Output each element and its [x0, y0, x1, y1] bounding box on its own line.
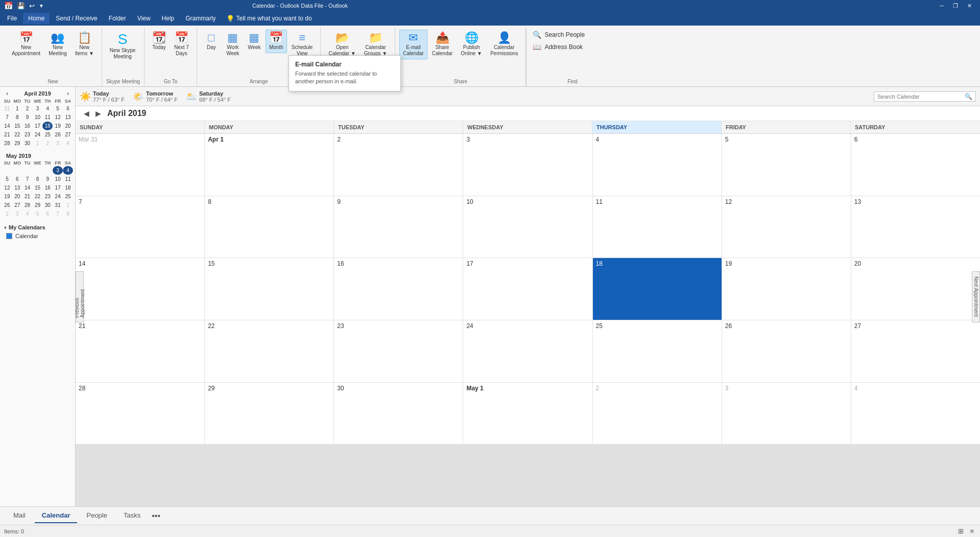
calendar-cell[interactable]: 22: [205, 320, 333, 382]
calendar-cell[interactable]: 11: [593, 196, 722, 258]
calendar-search[interactable]: 🔍: [874, 91, 976, 102]
mini-cal-day[interactable]: 1: [12, 104, 22, 113]
mini-cal-day[interactable]: 5: [53, 104, 63, 113]
list-view-button[interactable]: ≡: [968, 526, 976, 536]
mini-cal-day[interactable]: 2: [42, 139, 53, 148]
calendar-cell[interactable]: 28: [76, 383, 204, 445]
mini-cal-day[interactable]: 11: [42, 113, 53, 122]
calendar-cell[interactable]: Apr 1: [205, 134, 333, 196]
mini-cal-day[interactable]: 27: [12, 201, 22, 209]
mini-cal-day[interactable]: 7: [22, 175, 33, 183]
mini-cal-day[interactable]: 15: [12, 122, 22, 130]
publish-online-button[interactable]: 🌐 PublishOnline ▼: [457, 30, 486, 59]
search-calendar-input[interactable]: [877, 94, 965, 100]
menu-folder[interactable]: Folder: [104, 13, 131, 24]
mini-cal-day[interactable]: 7: [2, 113, 12, 122]
menu-file[interactable]: File: [2, 13, 22, 24]
prev-month-nav[interactable]: ◀: [82, 108, 91, 119]
mini-cal-day[interactable]: [33, 166, 43, 175]
calendar-cell[interactable]: 3: [463, 134, 592, 196]
mini-cal-day[interactable]: 22: [12, 130, 22, 139]
mini-cal-day[interactable]: 31: [2, 104, 12, 113]
mini-cal-day[interactable]: 4: [63, 166, 73, 175]
next-month-nav[interactable]: ▶: [93, 108, 103, 119]
mini-cal-day[interactable]: 23: [42, 192, 53, 201]
mini-cal-day[interactable]: 6: [12, 175, 22, 183]
calendar-cell[interactable]: 18: [593, 258, 722, 320]
mini-cal-day[interactable]: 8: [12, 113, 22, 122]
mini-cal-day[interactable]: 29: [12, 139, 22, 148]
mini-cal-day[interactable]: 7: [53, 209, 63, 218]
new-skype-meeting-button[interactable]: S New SkypeMeeting: [106, 30, 139, 62]
mini-cal-day[interactable]: 19: [53, 122, 63, 130]
calendar-cell[interactable]: Mar 31: [76, 134, 204, 196]
mini-cal-day[interactable]: 3: [53, 139, 63, 148]
calendar-cell[interactable]: 4: [593, 134, 722, 196]
share-calendar-button[interactable]: 📤 ShareCalendar: [428, 30, 457, 59]
mini-cal-day[interactable]: 21: [22, 192, 33, 201]
mini-cal-day[interactable]: 26: [53, 130, 63, 139]
mini-cal-day[interactable]: 18: [63, 183, 73, 192]
quick-undo[interactable]: ↩: [29, 2, 35, 10]
calendar-item-default[interactable]: Calendar: [2, 231, 73, 241]
more-tabs-button[interactable]: •••: [150, 509, 162, 523]
mini-cal-day[interactable]: 5: [33, 209, 43, 218]
calendar-cell[interactable]: 23: [334, 320, 463, 382]
mini-cal-day[interactable]: 11: [63, 175, 73, 183]
address-book-item[interactable]: 📖 Address Book: [531, 42, 614, 52]
cal-permissions-button[interactable]: 👤 CalendarPermissions: [487, 30, 521, 59]
minimize-button[interactable]: ─: [936, 2, 948, 10]
calendar-cell[interactable]: 6: [851, 134, 980, 196]
mini-cal-day[interactable]: 3: [53, 166, 63, 175]
mini-cal-day[interactable]: 3: [33, 104, 43, 113]
calendar-cell[interactable]: 9: [334, 196, 463, 258]
mini-cal-day[interactable]: 1: [63, 201, 73, 209]
menu-grammarly[interactable]: Grammarly: [180, 13, 221, 24]
mini-cal-day[interactable]: 28: [22, 201, 33, 209]
calendar-cell[interactable]: 25: [593, 320, 722, 382]
tab-mail[interactable]: Mail: [6, 508, 33, 523]
tab-calendar[interactable]: Calendar: [35, 508, 78, 523]
mini-cal-day[interactable]: 18: [42, 122, 53, 130]
mini-cal-day[interactable]: 6: [63, 104, 73, 113]
grid-view-button[interactable]: ⊞: [956, 526, 966, 536]
mini-cal-day[interactable]: 5: [2, 175, 12, 183]
mini-cal-day[interactable]: 25: [42, 130, 53, 139]
mini-cal-day[interactable]: [22, 166, 33, 175]
mini-cal-day[interactable]: [2, 166, 12, 175]
calendar-cell[interactable]: 2: [593, 383, 722, 445]
my-calendars-section[interactable]: ▾ My Calendars: [2, 222, 73, 231]
calendar-cell[interactable]: May 1: [463, 383, 592, 445]
calendar-cell[interactable]: 21: [76, 320, 204, 382]
mini-cal-day[interactable]: 10: [53, 175, 63, 183]
mini-cal-day[interactable]: 20: [12, 192, 22, 201]
mini-cal-day[interactable]: 2: [22, 104, 33, 113]
mini-cal-day[interactable]: [12, 166, 22, 175]
mini-cal-day[interactable]: 4: [22, 209, 33, 218]
mini-cal-day[interactable]: 8: [33, 175, 43, 183]
mini-cal-day[interactable]: 14: [2, 122, 12, 130]
next-month-button[interactable]: ›: [65, 90, 71, 97]
calendar-cell[interactable]: 10: [463, 196, 592, 258]
close-button[interactable]: ✕: [963, 2, 976, 10]
mini-cal-day[interactable]: 12: [53, 113, 63, 122]
mini-cal-day[interactable]: [42, 166, 53, 175]
mini-cal-day[interactable]: 4: [63, 139, 73, 148]
next-appointment-button[interactable]: Next Appointment: [972, 271, 980, 322]
menu-home[interactable]: Home: [23, 13, 50, 24]
calendar-cell[interactable]: 14: [76, 258, 204, 320]
menu-view[interactable]: View: [132, 13, 156, 24]
quick-save[interactable]: 💾: [17, 2, 25, 10]
calendar-cell[interactable]: 17: [463, 258, 592, 320]
mini-cal-day[interactable]: 9: [42, 175, 53, 183]
calendar-cell[interactable]: 24: [463, 320, 592, 382]
calendar-cell[interactable]: 29: [205, 383, 333, 445]
calendar-cell[interactable]: 13: [851, 196, 980, 258]
mini-cal-day[interactable]: 23: [22, 130, 33, 139]
tab-people[interactable]: People: [79, 508, 114, 523]
mini-cal-day[interactable]: 31: [53, 201, 63, 209]
mini-cal-day[interactable]: 19: [2, 192, 12, 201]
calendar-cell[interactable]: 19: [722, 258, 851, 320]
week-button[interactable]: ▦ Week: [244, 30, 265, 53]
menu-send-receive[interactable]: Send / Receive: [51, 13, 102, 24]
